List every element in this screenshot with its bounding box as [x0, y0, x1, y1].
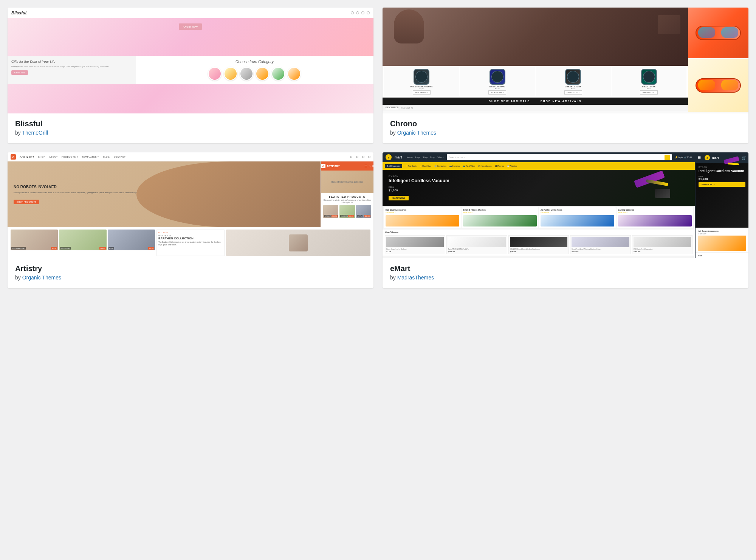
emart-nav-others[interactable]: Others	[437, 156, 444, 158]
emart-nav-page[interactable]: Page	[415, 156, 420, 158]
by-label-artistry: by	[15, 275, 21, 281]
chrono-product-sub-2: Actuim	[495, 88, 500, 90]
artistry-mobile-icons: ☰ ○ ⌑	[364, 164, 373, 168]
emart-hero-title: Intelligent Cordless Vacuum	[389, 178, 449, 183]
chrono-name: Chrono	[390, 119, 741, 128]
emart-mobile-menu-icon[interactable]: ☰	[698, 156, 701, 160]
chrono-product-sub-3: Actuim	[571, 88, 575, 90]
artistry-mobile-cart-icon[interactable]: ⌑	[372, 164, 373, 168]
circle-flowers[interactable]	[208, 67, 222, 81]
emart-cat-card-tv[interactable]: Air Purifier Living Room SHOP NOW →	[539, 207, 616, 228]
circle-gift[interactable]	[271, 67, 285, 81]
emart-shop-btn[interactable]: SHOP NOW	[389, 196, 409, 200]
emart-cat-card-gaming[interactable]: Gaming Consoles SHOP NOW →	[617, 207, 693, 228]
artistry-bottom-product-3[interactable]: BOWL $32.00	[108, 230, 155, 250]
artistry-bottom-product-1[interactable]: STONEWARE JAR $24.50	[11, 230, 58, 250]
artistry-nav-blog[interactable]: BLOG	[103, 156, 110, 158]
emart-viewed-item-3[interactable]: SX-22070 Closed-Back Wireless Headphone …	[508, 235, 569, 254]
blissful-author-link[interactable]: ThemeGrill	[22, 130, 48, 136]
chrono-view-btn-1[interactable]: VIEW PRODUCT	[413, 90, 431, 95]
emart-viewed-item-5[interactable]: USB Cable P-1500 Adapter... $501.40	[632, 235, 692, 254]
artistry-nav-contact[interactable]: CONTACT	[113, 156, 125, 158]
emart-cat-flash-sale[interactable]: ⚡ Flash Sale	[420, 165, 431, 167]
blissful-circles	[139, 67, 370, 81]
chrono-author-link[interactable]: Organic Themes	[397, 130, 436, 136]
artistry-product-1[interactable]: STONEWARE JAR $24.50	[323, 205, 338, 218]
artistry-nav-about[interactable]: ABOUT	[49, 156, 58, 158]
emart-hero-text: DYSON Intelligent Cordless Vacuum FROM $…	[389, 175, 449, 200]
sunglasses-top	[694, 23, 743, 43]
mobile-vacuum-tube	[728, 163, 739, 166]
emart-mobile-acc-shop[interactable]: SHOP NOW →	[698, 233, 746, 235]
blissful-nav-icons	[351, 11, 370, 14]
blissful-main: Gifts for the Dear of Your Life Handpick…	[8, 56, 373, 84]
artistry-cart-icon[interactable]	[368, 156, 370, 158]
emart-viewed-item-2[interactable]: Apple MK2E3AM/A AirPodsPro $100.79	[446, 235, 507, 254]
emart-cat-computers[interactable]: 💻 Computers	[434, 165, 446, 167]
emart-cat-card-hairdryer[interactable]: Hair Dryer Accessories SHOP NOW →	[384, 207, 461, 228]
chrono-banner-text: SHOP NEW ARRIVALS	[489, 100, 530, 102]
blissful-sidebar-text: Handpicked with love, each piece tells a…	[11, 65, 132, 68]
emart-viewed-price-5: $501.40	[634, 250, 691, 253]
circle-teddy[interactable]	[287, 67, 301, 81]
emart-cat-tv[interactable]: 📺 TV & Video	[463, 165, 475, 167]
emart-cat-name-watch: Smart & Fitness Watches	[463, 209, 537, 211]
chrono-view-btn-4[interactable]: VIEW PRODUCT	[640, 90, 658, 95]
emart-viewed-item-1[interactable]: Home Steam Iron for Clothes... $1.69	[385, 235, 445, 254]
emart-search-button[interactable]	[665, 155, 670, 160]
artistry-search-icon[interactable]	[350, 156, 352, 158]
chrono-side-top	[688, 8, 748, 58]
artistry-user-icon[interactable]	[356, 156, 358, 158]
artistry-product-2[interactable]: SUCCULENT $24.00	[339, 205, 355, 218]
circle-bouquet[interactable]	[224, 67, 237, 81]
emart-nav-home[interactable]: Home	[407, 156, 413, 158]
emart-cat-top-deals[interactable]: ⚡ Top Deals	[405, 165, 417, 167]
emart-cat-phones[interactable]: 📱 Phones	[495, 165, 504, 167]
artistry-hero-title: NO ROBOTS INVOLVED	[14, 185, 137, 189]
emart-topbar: e mart Home Page Shop Blog Others Search…	[383, 152, 695, 162]
emart-viewed-item-4[interactable]: Smart Front-Load Washing Machine 4.0cu..…	[570, 235, 631, 254]
artistry-bottom-product-2[interactable]: SUCCULENT $24.00	[59, 230, 106, 250]
artistry-navbar: A ARTISTRY SHOP ABOUT PRODUCTS ▾ TEMPLAT…	[8, 152, 373, 161]
artistry-pottery-img	[289, 234, 308, 251]
artistry-product-3[interactable]: BOWL $32.00	[356, 205, 371, 218]
chrono-banner-text-2: SHOP NEW ARRIVALS	[541, 100, 582, 102]
artistry-hero-subtitle: Each product is hand-crafted with love. …	[14, 191, 137, 194]
emart-cat-card-watch[interactable]: Smart & Fitness Watches SHOP NOW →	[462, 207, 538, 228]
vacuum-body	[634, 171, 665, 188]
emart-cat-name-tv: Air Purifier Living Room	[541, 209, 614, 211]
chrono-view-btn-3[interactable]: VIEW PRODUCT	[564, 90, 582, 95]
artistry-mobile-products: FEATURED PRODUCTS Discover the artistry …	[321, 193, 373, 227]
emart-viewed-name-3: SX-22070 Closed-Back Wireless Headphone	[510, 248, 567, 250]
circle-necklace[interactable]	[240, 67, 253, 81]
emart-nav-blog[interactable]: Blog	[430, 156, 435, 158]
artistry-mobile-menu-icon[interactable]: ☰	[364, 164, 367, 168]
emart-cat-cameras[interactable]: 📷 Cameras	[449, 165, 460, 167]
emart-login-text[interactable]: 🔑 Login	[675, 156, 683, 158]
sg-lens-left-top	[698, 27, 715, 38]
emart-cat-watches[interactable]: ⌚ Watches	[507, 165, 517, 167]
blissful-sidebar-btn[interactable]: Order now	[11, 70, 28, 75]
chrono-view-btn-2[interactable]: VIEW PRODUCT	[488, 90, 506, 95]
artistry-nav-products[interactable]: PRODUCTS ▾	[62, 155, 78, 158]
chrono-desc-tab[interactable]: DESCRIPTION	[386, 106, 398, 109]
sg-lens-left-bottom	[698, 80, 715, 90]
emart-mobile-shop-btn[interactable]: SHOP NOW →	[699, 182, 745, 187]
blissful-order-btn[interactable]: Order now	[179, 23, 202, 30]
emart-author-link[interactable]: MadrasThemes	[397, 275, 434, 281]
artistry-heart-icon[interactable]	[362, 156, 364, 158]
artistry-nav-shop[interactable]: SHOP	[38, 156, 45, 158]
emart-mobile-non-section: Non	[696, 253, 748, 258]
artistry-nav-templates[interactable]: TEMPLATES ▾	[82, 155, 99, 158]
artistry-hero-btn[interactable]: SHOP PRODUCTS	[14, 200, 39, 204]
theme-card-chrono: PRESTIGEHORIZONS Equim VIEW PRODUCT DYNA…	[383, 8, 748, 143]
emart-all-categories-btn[interactable]: ☰ All Categories	[385, 164, 402, 168]
circle-mug[interactable]	[256, 67, 269, 81]
artistry-mobile-user-icon[interactable]: ○	[369, 164, 370, 168]
emart-cat-headphones[interactable]: 🎧 Headphones	[478, 165, 492, 167]
chrono-reviews-tab[interactable]: REVIEWS (0)	[401, 107, 413, 109]
emart-nav-shop[interactable]: Shop	[423, 156, 428, 158]
emart-cart-text[interactable]: 🛒 $0.00	[684, 156, 692, 158]
artistry-author-link[interactable]: Organic Themes	[22, 275, 61, 281]
chrono-product-3: URBANLUXURY Actuim VIEW PRODUCT	[536, 67, 611, 96]
